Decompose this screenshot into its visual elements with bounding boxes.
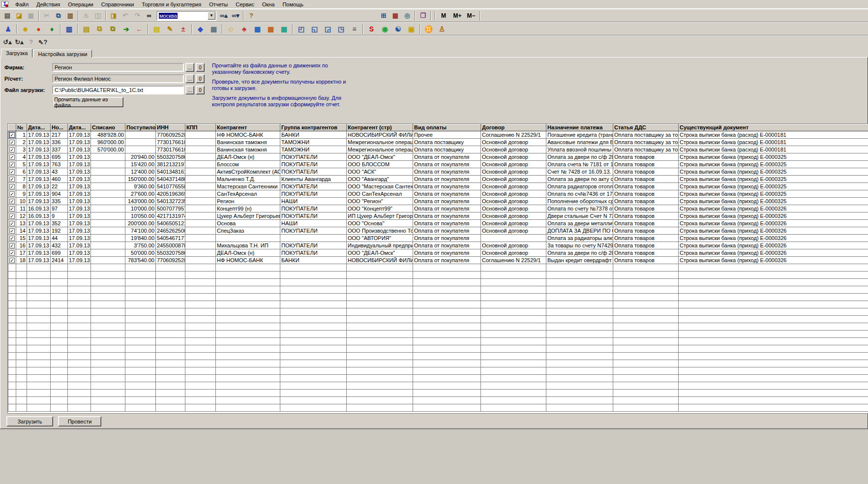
- empty-cell[interactable]: [481, 382, 546, 390]
- table-cell[interactable]: ПОКУПАТЕЛИ: [280, 249, 347, 257]
- empty-cell[interactable]: [68, 367, 91, 375]
- empty-cell[interactable]: [185, 308, 216, 316]
- table-row[interactable]: ✓317.09.1333717.09.13570'000.00773017661…: [8, 146, 868, 153]
- calendar-orange-icon[interactable]: ▦: [264, 24, 277, 34]
- doc-coin-icon[interactable]: ▤: [80, 24, 93, 34]
- table-cell[interactable]: Оплата поставщику за това: [613, 131, 679, 139]
- empty-cell[interactable]: [125, 360, 156, 367]
- t-doc-2-icon[interactable]: ◱: [308, 24, 321, 34]
- table-cell[interactable]: Клиенты Авангарда: [280, 176, 347, 183]
- empty-cell[interactable]: [125, 367, 156, 375]
- empty-cell[interactable]: [347, 294, 413, 301]
- empty-cell[interactable]: [280, 279, 347, 286]
- table-cell[interactable]: 11: [16, 205, 27, 212]
- empty-cell[interactable]: [216, 353, 280, 360]
- empty-cell[interactable]: [613, 375, 679, 382]
- empty-cell[interactable]: [347, 279, 413, 286]
- table-cell[interactable]: Основной договор: [481, 139, 546, 146]
- table-cell[interactable]: [185, 146, 216, 153]
- table-cell[interactable]: 12: [16, 212, 27, 220]
- empty-table-row[interactable]: [8, 272, 868, 279]
- table-cell[interactable]: Оплата от покупателя: [413, 235, 481, 242]
- help-book-icon[interactable]: ❐: [417, 10, 429, 21]
- table-cell[interactable]: [91, 161, 125, 168]
- table-cell[interactable]: 960'000.00: [91, 139, 125, 146]
- table-cell[interactable]: Выдан кредит овердрафт по: [546, 257, 613, 264]
- empty-cell[interactable]: [51, 404, 68, 412]
- empty-cell[interactable]: [156, 279, 185, 286]
- empty-cell[interactable]: [481, 338, 546, 345]
- empty-table-row[interactable]: [8, 316, 868, 323]
- empty-cell[interactable]: [156, 323, 185, 331]
- s-wand-icon[interactable]: S: [365, 24, 378, 34]
- row-checkbox-cell[interactable]: ✓: [8, 249, 16, 257]
- table-cell[interactable]: Соглашению N 22529/1: [481, 131, 546, 139]
- print-icon[interactable]: ♨: [80, 10, 92, 21]
- empty-cell[interactable]: [16, 345, 27, 353]
- table-cell[interactable]: Строка выписки банка (приход) Е-0000325: [679, 176, 868, 183]
- table-cell[interactable]: БАНКИ: [280, 257, 347, 264]
- empty-cell[interactable]: [216, 390, 280, 397]
- empty-cell[interactable]: [16, 331, 27, 338]
- empty-cell[interactable]: [679, 397, 868, 404]
- table-cell[interactable]: [185, 242, 216, 249]
- table-cell[interactable]: 335: [51, 198, 68, 205]
- table-cell[interactable]: Строка выписки банка (приход) Е-0000325: [679, 168, 868, 176]
- empty-cell[interactable]: [413, 382, 481, 390]
- empty-cell[interactable]: [413, 301, 481, 308]
- empty-cell[interactable]: [8, 279, 16, 286]
- table-cell[interactable]: [185, 205, 216, 212]
- empty-cell[interactable]: [27, 375, 51, 382]
- empty-cell[interactable]: [51, 286, 68, 294]
- empty-cell[interactable]: [280, 264, 347, 272]
- table-cell[interactable]: ООО "Мастерская Сантехни: [347, 183, 413, 190]
- empty-cell[interactable]: [125, 308, 156, 316]
- table-cell[interactable]: [91, 227, 125, 235]
- empty-table-row[interactable]: [8, 264, 868, 272]
- table-cell[interactable]: 9: [16, 190, 27, 198]
- empty-cell[interactable]: [125, 404, 156, 412]
- table-cell[interactable]: [91, 220, 125, 227]
- table-cell[interactable]: 17.09.13: [68, 205, 91, 212]
- empty-cell[interactable]: [347, 308, 413, 316]
- table-cell[interactable]: [125, 139, 156, 146]
- table-cell[interactable]: [91, 212, 125, 220]
- table-cell[interactable]: Авансовые платежи для Ба: [546, 139, 613, 146]
- account-clear-button[interactable]: 0: [196, 74, 205, 83]
- empty-cell[interactable]: [347, 338, 413, 345]
- table-cell[interactable]: Оплата по счету №7378 от 1: [546, 205, 613, 212]
- empty-cell[interactable]: [413, 331, 481, 338]
- empty-cell[interactable]: [546, 316, 613, 323]
- empty-cell[interactable]: [613, 367, 679, 375]
- empty-cell[interactable]: [27, 353, 51, 360]
- empty-cell[interactable]: [68, 331, 91, 338]
- table-cell[interactable]: 22: [51, 183, 68, 190]
- empty-cell[interactable]: [125, 345, 156, 353]
- empty-cell[interactable]: [613, 353, 679, 360]
- firm-field[interactable]: Регион: [52, 63, 184, 72]
- empty-cell[interactable]: [8, 353, 16, 360]
- empty-cell[interactable]: [8, 301, 16, 308]
- empty-cell[interactable]: [51, 264, 68, 272]
- account-field[interactable]: Регион Филиал Номос: [52, 74, 184, 83]
- table-cell[interactable]: Основной договор: [481, 212, 546, 220]
- table-cell[interactable]: 17.09.13: [27, 220, 51, 227]
- menu-item-6[interactable]: Сервис: [232, 0, 258, 8]
- table-row[interactable]: ✓817.09.132217.09.139'360.005410776558Ма…: [8, 183, 868, 190]
- table-cell[interactable]: 17.09.13: [27, 183, 51, 190]
- table-cell[interactable]: [185, 190, 216, 198]
- table-row[interactable]: ✓917.09.1390417.09.1327'600.004205196369…: [8, 190, 868, 198]
- table-cell[interactable]: ДЕАЛ-Омск (н): [216, 249, 280, 257]
- table-cell[interactable]: 783'540.00: [125, 257, 156, 264]
- menu-item-8[interactable]: Помощь: [278, 0, 307, 8]
- empty-cell[interactable]: [156, 404, 185, 412]
- empty-cell[interactable]: [546, 264, 613, 272]
- empty-cell[interactable]: [216, 375, 280, 382]
- table-cell[interactable]: Оплата от покупателя: [413, 176, 481, 183]
- empty-cell[interactable]: [613, 390, 679, 397]
- table-cell[interactable]: 8: [16, 183, 27, 190]
- empty-cell[interactable]: [91, 353, 125, 360]
- empty-cell[interactable]: [413, 279, 481, 286]
- empty-cell[interactable]: [125, 375, 156, 382]
- empty-cell[interactable]: [481, 345, 546, 353]
